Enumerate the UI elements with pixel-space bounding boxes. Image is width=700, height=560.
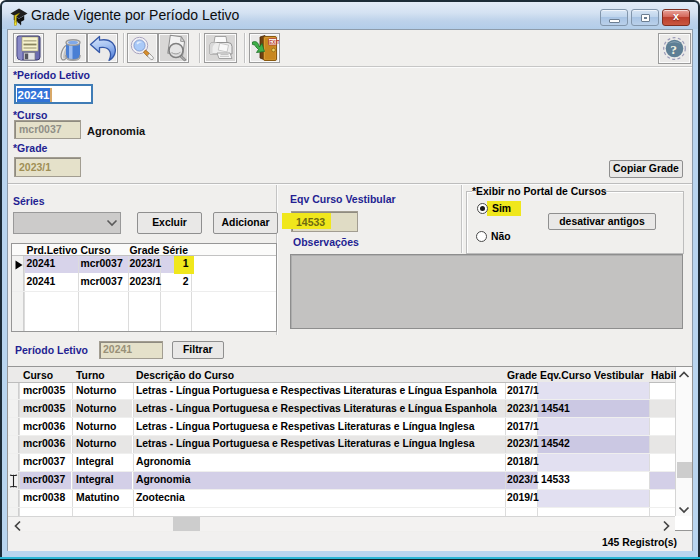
svg-text:EXIT: EXIT [269, 40, 279, 45]
svg-text:?: ? [670, 42, 677, 57]
